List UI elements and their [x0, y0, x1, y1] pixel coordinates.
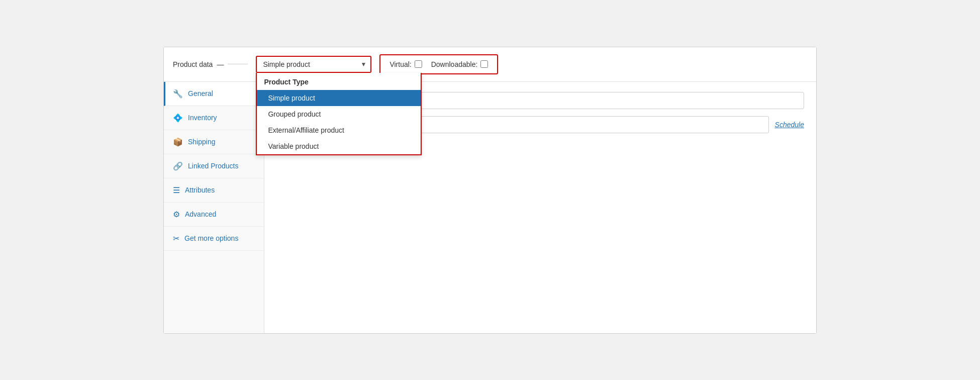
sidebar-item-linked-products[interactable]: 🔗 Linked Products	[164, 154, 264, 178]
downloadable-checkbox[interactable]	[480, 60, 488, 68]
virtual-downloadable-box: Virtual: Downloadable:	[379, 54, 498, 74]
sidebar-item-advanced[interactable]: ⚙ Advanced	[164, 203, 264, 227]
schedule-link[interactable]: Schedule	[775, 121, 804, 129]
product-data-panel: Product data — Simple product ▼ Product …	[163, 47, 817, 334]
dropdown-option-external[interactable]: External/Affiliate product	[257, 122, 421, 138]
virtual-label[interactable]: Virtual:	[389, 60, 422, 68]
sidebar-item-attributes[interactable]: ☰ Attributes	[164, 178, 264, 203]
shipping-icon: 📦	[173, 137, 183, 147]
sidebar-item-get-more-options[interactable]: ✂ Get more options	[164, 227, 264, 251]
product-type-dropdown-popup: Product Type Simple product Grouped prod…	[256, 73, 422, 155]
sidebar-item-inventory[interactable]: 💠 Inventory	[164, 106, 264, 130]
dropdown-option-simple[interactable]: Simple product	[257, 90, 421, 106]
wrench-icon: 🔧	[173, 89, 183, 99]
link-icon: 🔗	[173, 161, 183, 171]
dropdown-option-variable[interactable]: Variable product	[257, 138, 421, 154]
product-type-select[interactable]: Simple product	[256, 56, 371, 73]
gear-icon: ⚙	[173, 210, 180, 219]
product-data-label: Product data —	[173, 60, 248, 68]
top-bar: Product data — Simple product ▼ Product …	[164, 47, 816, 82]
sidebar: 🔧 General 💠 Inventory 📦 Shipping 🔗 Linke…	[164, 82, 264, 333]
virtual-checkbox[interactable]	[415, 60, 422, 68]
product-type-dropdown-wrapper[interactable]: Simple product ▼ Product Type Simple pro…	[256, 56, 371, 73]
sidebar-item-general[interactable]: 🔧 General	[164, 82, 264, 106]
attributes-icon: ☰	[173, 185, 180, 195]
downloadable-label[interactable]: Downloadable:	[431, 60, 488, 68]
dropdown-option-grouped[interactable]: Grouped product	[257, 106, 421, 122]
inventory-icon: 💠	[173, 113, 183, 123]
sidebar-item-shipping[interactable]: 📦 Shipping	[164, 130, 264, 154]
scissors-icon: ✂	[173, 234, 179, 243]
dropdown-popup-header: Product Type	[257, 73, 421, 90]
